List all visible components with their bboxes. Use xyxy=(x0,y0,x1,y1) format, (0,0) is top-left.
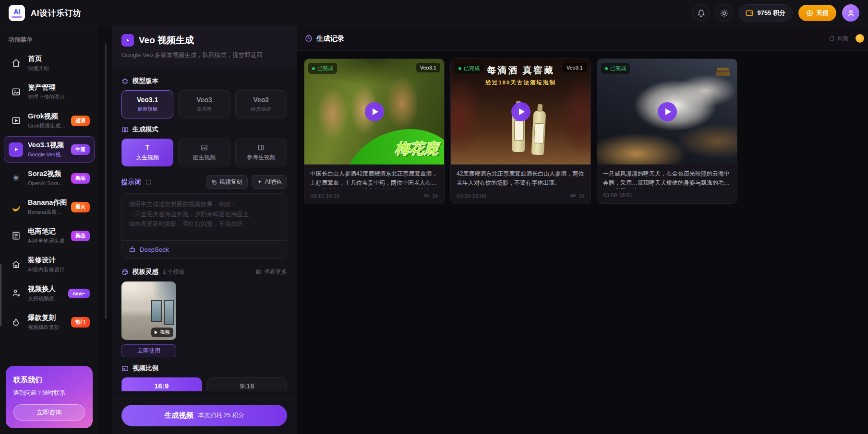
plus-circle-icon xyxy=(806,10,813,17)
model-option-veo31[interactable]: Veo3.1 最新旗舰 xyxy=(121,90,173,118)
sidebar-item-interior-design[interactable]: 装修设计AI室内装修设计 xyxy=(4,251,95,278)
deepseek-assistant[interactable]: DeepSeek xyxy=(122,240,287,258)
document-icon xyxy=(9,229,23,243)
records-list: 已完成 Veo3.1 梅花鹿 中国长白山人参酒42度鹿鞭酒东北正宗鹿茸血酒，上好… xyxy=(297,51,868,212)
sidebar-item-badge: 新品 xyxy=(71,231,90,241)
panel-gap xyxy=(98,26,112,434)
contact-button[interactable]: 立即咨询 xyxy=(13,404,85,421)
records-title: 生成记录 xyxy=(305,34,344,43)
template-thumbnail[interactable]: 视频 xyxy=(121,282,176,340)
play-icon xyxy=(519,108,525,115)
mode-reference-to-video[interactable]: 参考生视频 xyxy=(235,139,287,166)
wallet-icon xyxy=(746,10,753,16)
sidebar-item-label: 爆款复刻 xyxy=(28,314,56,321)
model-option-veo3[interactable]: Veo3 高质量 xyxy=(178,90,230,118)
sidebar-scrollbar[interactable] xyxy=(0,264,1,326)
records-header: 生成记录 刷新 xyxy=(297,26,868,51)
sparkle-icon xyxy=(257,179,263,185)
generator-scrollbar[interactable] xyxy=(105,43,107,319)
video-thumbnail-cellar[interactable]: 已完成 Veo3.1 每滴酒 真窖藏 经过180天古法酒坛泡制 xyxy=(451,59,591,164)
sidebar-item-desc: Google Veo视频... xyxy=(28,151,66,158)
sidebar-item-desc: Grok视频生成，... xyxy=(28,122,66,129)
sidebar-item-banana-image[interactable]: Banana作图Banana高质量图... 爆火 xyxy=(4,194,95,220)
person-icon xyxy=(847,9,855,17)
play-button[interactable] xyxy=(511,102,530,121)
model-option-veo2[interactable]: Veo2 经典稳定 xyxy=(235,90,287,118)
generator-title: Veo 视频生成 xyxy=(139,34,194,47)
sidebar-item-label: Sora2视频 xyxy=(28,170,61,177)
sidebar-item-sora-video[interactable]: ✳ Sora2视频OpenAI Sora视频... 新品 xyxy=(4,165,95,191)
assistant-label: DeepSeek xyxy=(140,246,169,253)
sidebar-item-veo-video[interactable]: Veo3.1视频Google Veo视频... 牛逼 xyxy=(4,136,95,163)
floating-help-icon[interactable] xyxy=(856,34,864,43)
template-card: 视频 立即使用 xyxy=(121,282,176,357)
credits-balance[interactable]: 9755 积分 xyxy=(738,4,793,22)
sidebar-item-label: 资产管理 xyxy=(28,83,56,91)
play-button[interactable] xyxy=(658,102,677,121)
sidebar-item-desc: 视频爆款复刻 xyxy=(28,324,60,331)
record-card[interactable]: 已完成 Veo3.1 梅花鹿 中国长白山人参酒42度鹿鞭酒东北正宗鹿茸血酒，上好… xyxy=(304,59,445,204)
record-description: 中国长白山人参酒42度鹿鞭酒东北正宗鹿茸血酒，上好鹿茸血，十几位名贵中药，两位中… xyxy=(304,164,444,189)
sidebar-item-assets[interactable]: 资产管理管理上传的图片 xyxy=(4,79,95,105)
ai-polish-button[interactable]: AI润色 xyxy=(252,175,287,189)
video-replicate-button[interactable]: 视频复刻 xyxy=(206,175,248,189)
sidebar-item-desc: AI种草笔记生成 xyxy=(28,237,64,245)
ratio-16-9[interactable]: 16:9 横屏 xyxy=(121,377,202,391)
credits-label: 9755 积分 xyxy=(757,9,785,17)
person-swap-icon xyxy=(9,286,23,301)
sidebar-item-viral-remake[interactable]: 爆款复刻视频爆款复刻 热门 xyxy=(4,309,95,335)
template-count: 1 个模板 xyxy=(163,268,185,276)
logo-subtext xyxy=(12,16,22,18)
pagoda-shape xyxy=(716,71,730,76)
sidebar-item-label: 视频换人 xyxy=(28,285,56,293)
app-logo: AI xyxy=(9,5,25,21)
record-timestamp: 03-09 19:51 xyxy=(603,192,632,198)
ratio-9-16[interactable]: 9:16 竖屏 xyxy=(207,377,288,391)
template-section-label: 模板灵感 xyxy=(121,268,158,276)
thumbnail-overlay-subtitle: 经过180天古法酒坛泡制 xyxy=(451,79,591,86)
sidebar-item-desc: 支持视频换脸换... xyxy=(28,295,63,302)
contact-title: 联系我们 xyxy=(13,375,85,385)
sidebar-item-label: 首页 xyxy=(28,55,42,62)
sidebar-nav: 首页快速开始 资产管理管理上传的图片 Grok视频Grok视频生成，... 超清 xyxy=(0,50,98,335)
user-avatar[interactable] xyxy=(842,4,859,22)
play-button[interactable] xyxy=(365,102,384,121)
record-timestamp: 03-10 16:15 xyxy=(310,193,339,199)
banana-icon xyxy=(9,200,23,214)
record-card[interactable]: 已完成 Veo3.1 每滴酒 真窖藏 经过180天古法酒坛泡制 42度鹿鞭酒东北… xyxy=(450,59,591,204)
sidebar: 功能菜单 首页快速开始 资产管理管理上传的图片 Grok视频Grok视频生成，.… xyxy=(0,26,98,434)
theme-toggle-button[interactable] xyxy=(715,4,733,22)
video-thumbnail-deer[interactable]: 已完成 Veo3.1 梅花鹿 xyxy=(304,59,444,164)
sidebar-item-ecom-notes[interactable]: 电商笔记AI种草笔记生成 新品 xyxy=(4,223,95,249)
sidebar-item-face-swap[interactable]: 视频换人支持视频换脸换... new~ xyxy=(4,280,95,306)
sidebar-item-home[interactable]: 首页快速开始 xyxy=(4,50,95,76)
view-more-link[interactable]: 查看更多 xyxy=(255,268,287,276)
record-card[interactable]: 已完成 一只威风凛凛的哮天犬，在金色霞光映照的云海中奔腾，采用…展现哮天犬矫健的… xyxy=(597,59,737,204)
view-count: 15 xyxy=(423,192,438,199)
aspect-ratio-group: 16:9 横屏 9:16 竖屏 xyxy=(121,377,287,391)
chip-icon xyxy=(121,78,129,85)
sun-icon xyxy=(720,9,728,17)
sidebar-item-badge: 超清 xyxy=(71,116,90,126)
image-icon xyxy=(180,143,229,152)
prompt-input[interactable] xyxy=(122,194,287,239)
recharge-button[interactable]: 充值 xyxy=(798,5,836,21)
notifications-button[interactable] xyxy=(692,4,710,22)
generator-footer: 生成视频 本次消耗 25 积分 xyxy=(112,398,297,434)
sidebar-item-label: Banana作图 xyxy=(28,199,67,206)
generate-video-button[interactable]: 生成视频 本次消耗 25 积分 xyxy=(121,405,287,426)
expand-icon[interactable] xyxy=(145,179,152,185)
sidebar-item-grok-video[interactable]: Grok视频Grok视频生成，... 超清 xyxy=(4,107,95,134)
video-thumbnail-wolf[interactable]: 已完成 xyxy=(597,59,737,164)
palette-icon xyxy=(121,269,129,276)
status-dot xyxy=(312,67,315,70)
mode-text-to-video[interactable]: T 文生视频 xyxy=(121,139,173,166)
mode-image-to-video[interactable]: 图生视频 xyxy=(178,139,230,166)
openai-icon: ✳ xyxy=(9,171,23,186)
history-icon xyxy=(305,35,313,42)
top-bar: AI AI设计乐订坊 9755 积分 充值 xyxy=(0,0,868,26)
generator-subtitle: Google Veo 多版本视频生成，队列模式，提交即返回 xyxy=(121,51,287,59)
model-section-label: 模型版本 xyxy=(121,77,287,85)
use-template-button[interactable]: 立即使用 xyxy=(121,344,176,357)
refresh-button[interactable]: 刷新 xyxy=(829,35,849,43)
